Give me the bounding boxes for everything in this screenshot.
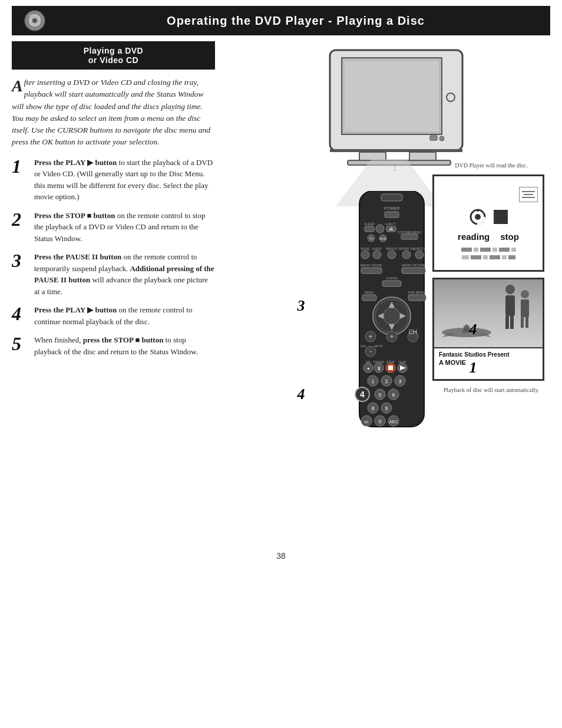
- svg-rect-43: [361, 268, 382, 274]
- people-svg: [492, 282, 540, 347]
- svg-point-117: [521, 290, 529, 298]
- svg-text:TV: TV: [369, 237, 373, 241]
- step-2: 2 Press the STOP ■ button on the remote …: [12, 210, 215, 245]
- icon-line-3: [522, 197, 535, 198]
- svg-text:VOL: VOL: [360, 344, 366, 348]
- svg-text:END MENU: END MENU: [408, 291, 425, 294]
- svg-text:REPORT A-B: REPORT A-B: [398, 248, 414, 251]
- dvd-read-caption: DVD Player will read the disc.: [432, 162, 550, 169]
- svg-point-107: [482, 212, 484, 214]
- svg-text:+: +: [389, 332, 394, 341]
- svg-rect-21: [365, 226, 374, 232]
- step-label-4: 4: [470, 321, 477, 338]
- step-1-number: 1: [12, 157, 29, 176]
- svg-point-33: [361, 251, 369, 259]
- svg-point-3: [34, 20, 36, 22]
- svg-rect-115: [505, 316, 509, 329]
- svg-rect-31: [401, 234, 418, 239]
- svg-text:5: 5: [378, 392, 381, 398]
- svg-rect-119: [521, 317, 524, 328]
- svg-rect-116: [510, 316, 514, 329]
- right-column: POWER SLEEP EJECT TV DVD SYSTEM MENU: [221, 41, 550, 542]
- tv-illustration: [312, 47, 477, 171]
- controls-row: [469, 208, 508, 226]
- icon-line-2: [524, 194, 533, 195]
- svg-point-113: [505, 285, 515, 294]
- svg-text:SMART PICTURE: SMART PICTURE: [401, 263, 425, 267]
- step-2-text: Press the STOP ■ button on the remote co…: [34, 210, 215, 245]
- step-label-3: 3: [297, 297, 305, 315]
- svg-text:SMART SOUND: SMART SOUND: [360, 263, 382, 267]
- svg-rect-120: [525, 317, 528, 328]
- page-number: 38: [0, 542, 562, 566]
- svg-text:POWER: POWER: [384, 206, 399, 210]
- svg-rect-51: [408, 295, 426, 301]
- svg-text:6: 6: [392, 392, 395, 398]
- svg-text:-: -: [369, 347, 372, 355]
- svg-rect-45: [402, 268, 425, 274]
- svg-text:DVD: DVD: [379, 237, 386, 241]
- svg-point-35: [373, 251, 381, 259]
- svg-text:MODE: MODE: [361, 247, 370, 251]
- main-content: Playing a DVD or Video CD A fter inserti…: [12, 35, 550, 542]
- svg-text:+: +: [368, 332, 372, 341]
- svg-text:3: 3: [398, 378, 401, 384]
- svg-point-106: [477, 209, 479, 212]
- svg-text:0: 0: [378, 419, 381, 424]
- step-1: 1 Press the PLAY ▶ button to start the p…: [12, 157, 215, 203]
- page-title: Operating the DVD Player - Playing a Dis…: [53, 14, 538, 28]
- svg-rect-47: [382, 281, 401, 286]
- page-header: Operating the DVD Player - Playing a Dis…: [12, 6, 550, 35]
- remote-svg: POWER SLEEP EJECT TV DVD SYSTEM MENU: [309, 191, 474, 439]
- section-title: Playing a DVD or Video CD: [12, 41, 215, 70]
- svg-text:4: 4: [360, 390, 365, 399]
- svg-text:TV/DVD: TV/DVD: [385, 276, 397, 280]
- svg-text:MENU: MENU: [364, 291, 373, 294]
- svg-point-41: [415, 251, 424, 259]
- intro-text: A fter inserting a DVD or Video CD and c…: [12, 77, 215, 149]
- svg-rect-49: [362, 295, 376, 301]
- step-5-number: 5: [12, 334, 29, 353]
- svg-text:cc: cc: [364, 420, 369, 424]
- svg-point-39: [402, 251, 411, 259]
- status-icon-box: [519, 187, 538, 202]
- svg-text:1: 1: [371, 378, 374, 384]
- svg-rect-9: [430, 136, 437, 140]
- step-3: 3 Press the PAUSE II button on the remot…: [12, 251, 215, 297]
- svg-text:AUDIO: AUDIO: [372, 247, 382, 251]
- svg-text:●: ●: [366, 366, 369, 370]
- svg-text:MUTE: MUTE: [374, 344, 383, 348]
- step-label-1: 1: [470, 359, 477, 377]
- step-2-number: 2: [12, 210, 29, 229]
- tv-svg: [312, 47, 477, 171]
- icon-line-1: [522, 191, 535, 192]
- svg-text:9: 9: [385, 406, 388, 411]
- step-label-4b: 4: [297, 386, 305, 403]
- svg-rect-22: [376, 225, 384, 233]
- svg-text:AEC: AEC: [389, 420, 397, 424]
- svg-text:8: 8: [371, 406, 374, 411]
- svg-rect-6: [345, 61, 439, 131]
- step-4-text: Press the PLAY ▶ button on the remote co…: [34, 304, 215, 327]
- svg-rect-19: [385, 212, 399, 218]
- disc-icon: [24, 9, 46, 32]
- stop-label: stop: [500, 232, 519, 242]
- drop-cap: A: [12, 78, 23, 94]
- svg-point-58: [384, 308, 400, 324]
- svg-rect-78: [388, 365, 393, 370]
- left-column: Playing a DVD or Video CD A fter inserti…: [12, 41, 221, 542]
- svg-text:REPEAT: REPEAT: [386, 247, 398, 251]
- step-4: 4 Press the PLAY ▶ button on the remote …: [12, 304, 215, 327]
- svg-text:⏸: ⏸: [376, 365, 381, 371]
- remote-control-area: POWER SLEEP EJECT TV DVD SYSTEM MENU: [309, 191, 474, 441]
- svg-text:EJECT: EJECT: [385, 222, 396, 226]
- step-1-text: Press the PLAY ▶ button to start the pla…: [34, 157, 215, 203]
- svg-rect-10: [330, 149, 462, 152]
- svg-rect-114: [505, 295, 515, 316]
- svg-text:SYSTEM MENU: SYSTEM MENU: [397, 230, 421, 234]
- svg-rect-17: [381, 194, 402, 201]
- svg-text:SUBTITLE: SUBTITLE: [413, 248, 426, 251]
- step-3-text: Press the PAUSE II button on the remote …: [34, 251, 215, 297]
- step-4-number: 4: [12, 304, 29, 323]
- steps-list: 1 Press the PLAY ▶ button to start the p…: [12, 157, 215, 358]
